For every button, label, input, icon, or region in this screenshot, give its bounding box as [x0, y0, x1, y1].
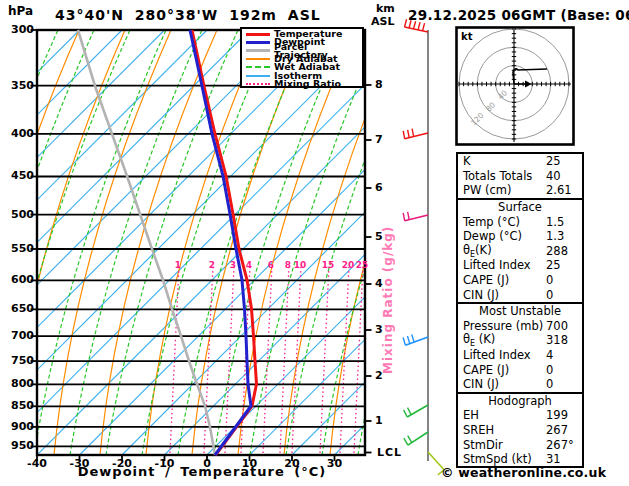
row-label: SREH	[463, 423, 546, 437]
pressure-tick-label: 450	[6, 169, 34, 182]
dewpoint-swatch	[246, 41, 270, 44]
wet-adiabat-line	[250, 30, 382, 455]
pressure-tick-label: 700	[6, 329, 34, 342]
table-row: CAPE (J)0	[458, 362, 582, 377]
isotherm-swatch	[246, 75, 270, 77]
mixing-ratio-line	[225, 266, 234, 453]
km-tick-label: 4	[375, 277, 383, 290]
row-value: 40	[546, 169, 582, 183]
mixing-ratio-swatch	[246, 83, 270, 85]
pressure-tick-label: 900	[6, 420, 34, 433]
km-tick-label: 2	[375, 369, 383, 382]
row-label: StmDir	[463, 438, 546, 452]
row-label: Dewp (°C)	[463, 229, 546, 243]
wind-barb-feather	[403, 213, 405, 221]
wind-barb-feather	[403, 338, 405, 346]
wind-barb-feather	[404, 438, 408, 445]
wind-barb-feather	[404, 410, 408, 417]
row-value: 0	[546, 273, 582, 287]
pressure-tick-label: 350	[6, 79, 34, 92]
index-table: K25 Totals Totals40 PW (cm)2.61 Surface …	[456, 152, 584, 468]
isotherm-line	[0, 30, 377, 455]
km-tick-label: 7	[375, 133, 383, 146]
wind-barb-feather	[408, 130, 410, 138]
pressure-tick-label: 950	[6, 439, 34, 452]
temperature-tick-label: -40	[22, 457, 52, 470]
parcel-swatch	[246, 49, 270, 52]
mixing-ratio-line	[292, 266, 301, 453]
wind-barb-feather	[407, 336, 409, 344]
row-label: Totals Totals	[463, 169, 546, 183]
row-value: 199	[546, 408, 582, 422]
pressure-tick-label: 750	[6, 354, 34, 367]
section-title: Most Unstable	[458, 304, 582, 319]
row-label: Lifted Index	[463, 348, 546, 362]
row-value: 25	[546, 258, 582, 272]
mixing-ratio-axis-title: Mixing Ratio (g/kg)	[381, 198, 395, 374]
row-value: 25	[546, 154, 582, 168]
wind-barb-feather	[408, 212, 410, 220]
pressure-tick-label: 400	[6, 127, 34, 140]
temperature-swatch	[246, 33, 270, 36]
table-row: Lifted Index4	[458, 348, 582, 363]
indices-section: K25 Totals Totals40 PW (cm)2.61	[458, 154, 582, 198]
pressure-tick-label: 550	[6, 242, 34, 255]
legend-label: Mixing Ratio	[274, 80, 341, 88]
run-date-label: 29.12.2025 06GMT (Base: 06)	[408, 7, 629, 23]
surface-section: Surface Temp (°C)1.5 Dewp (°C)1.3 θE(K)2…	[458, 198, 582, 302]
row-value: 4	[546, 348, 582, 362]
mixing-ratio-line	[263, 266, 272, 453]
row-value: 0	[546, 288, 582, 302]
pressure-tick-label: 600	[6, 273, 34, 286]
km-tick-label: 5	[375, 230, 383, 243]
table-row: Totals Totals40	[458, 169, 582, 184]
temperature-tick-label: 20	[277, 457, 307, 470]
km-tick-label: 6	[375, 181, 383, 194]
temperature-tick-label: 30	[320, 457, 350, 470]
wet-adiabat-line	[286, 30, 418, 455]
legend: Temperature Dewpoint Parcel Trajectory D…	[240, 27, 364, 88]
table-row: CIN (J)0	[458, 287, 582, 302]
row-label: CIN (J)	[463, 288, 546, 302]
most-unstable-section: Most Unstable Pressure (mb)700 θE (K)318…	[458, 302, 582, 392]
table-row: Dewp (°C)1.3	[458, 229, 582, 244]
row-label: K	[463, 154, 546, 168]
table-row: Pressure (mb)700	[458, 319, 582, 334]
pressure-tick-label: 500	[6, 208, 34, 221]
isotherm-line	[0, 30, 335, 455]
table-row: PW (cm)2.61	[458, 183, 582, 198]
row-label: θE(K)	[463, 243, 546, 259]
section-title: Surface	[458, 200, 582, 215]
lcl-label: LCL	[377, 446, 402, 459]
wind-barb-feather	[408, 408, 412, 415]
temperature-tick-label: -20	[107, 457, 137, 470]
table-row: θE(K)288	[458, 244, 582, 259]
mixing-ratio-label: 3	[225, 260, 241, 270]
row-value: 0	[546, 363, 582, 377]
row-value: 2.61	[546, 183, 582, 197]
row-value: 267°	[546, 438, 582, 452]
row-label: EH	[463, 408, 546, 422]
row-value: 318	[546, 333, 582, 347]
table-row: K25	[458, 154, 582, 169]
row-value: 288	[546, 244, 582, 258]
row-label: StmSpd (kt)	[463, 452, 546, 466]
temperature-tick-label: 0	[192, 457, 222, 470]
table-row: SREH267	[458, 423, 582, 438]
row-value: 1.3	[546, 229, 582, 243]
table-row: θE (K)318	[458, 333, 582, 348]
wind-barb-feather	[408, 436, 412, 443]
pressure-unit-label: hPa	[8, 4, 33, 18]
table-row: EH199	[458, 408, 582, 423]
wind-barb-shaft	[405, 27, 428, 32]
wet-adiabat-line	[178, 30, 310, 455]
hodograph-unit-label: kt	[461, 31, 472, 42]
wind-barb-feather	[405, 19, 407, 27]
row-value: 0	[546, 377, 582, 391]
sounding-screen: hPa 43°40'N 280°38'W 192m ASL km ASL 29.…	[0, 0, 629, 486]
wind-barb-feather	[403, 131, 405, 139]
table-row: StmDir267°	[458, 437, 582, 452]
wet-adiabat-line	[106, 30, 238, 455]
km-tick-label: 3	[375, 323, 383, 336]
row-label: PW (cm)	[463, 183, 546, 197]
